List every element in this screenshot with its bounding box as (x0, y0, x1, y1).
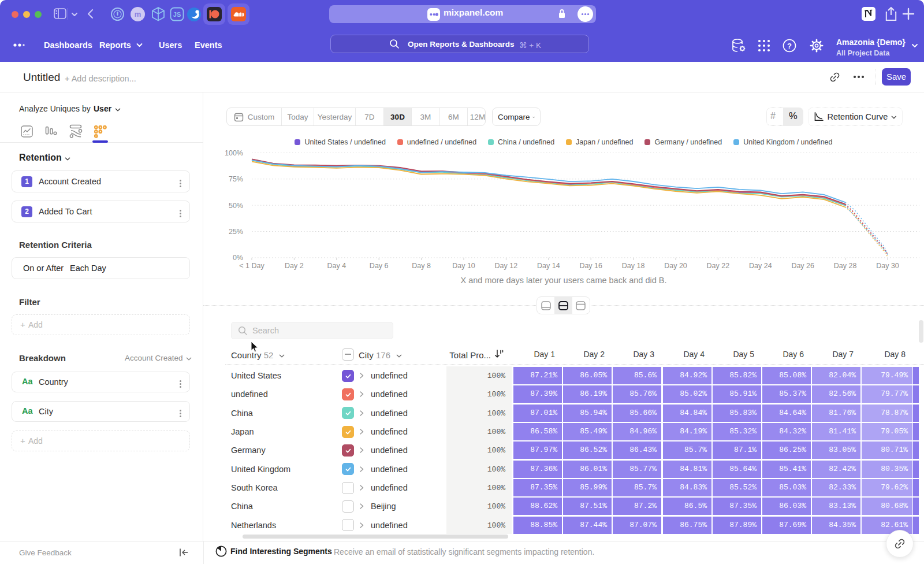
svg-text:Day 22: Day 22 (707, 262, 730, 270)
svg-text:JS: JS (173, 11, 181, 18)
svg-text:Day 6: Day 6 (370, 262, 389, 270)
svg-text:Day 28: Day 28 (834, 262, 857, 270)
svg-text:Day 26: Day 26 (791, 262, 814, 270)
svg-text:100%: 100% (225, 149, 243, 157)
svg-text:Day 14: Day 14 (537, 262, 560, 270)
svg-text:0%: 0% (233, 254, 243, 262)
svg-text:< 1 Day: < 1 Day (239, 262, 264, 270)
svg-text:Day 8: Day 8 (412, 262, 431, 270)
svg-text:Day 18: Day 18 (622, 262, 645, 270)
svg-text:Day 16: Day 16 (579, 262, 602, 270)
svg-text:?: ? (787, 42, 792, 50)
svg-text:25%: 25% (229, 228, 243, 236)
svg-text:Day 12: Day 12 (495, 262, 518, 270)
svg-text:Day 30: Day 30 (876, 262, 899, 270)
svg-text:50%: 50% (229, 202, 243, 210)
svg-text:Day 2: Day 2 (285, 262, 304, 270)
svg-text:Day 10: Day 10 (452, 262, 475, 270)
svg-text:Day 4: Day 4 (327, 262, 346, 270)
svg-text:Day 20: Day 20 (664, 262, 687, 270)
svg-text:Day 24: Day 24 (749, 262, 772, 270)
svg-text:75%: 75% (229, 175, 243, 183)
